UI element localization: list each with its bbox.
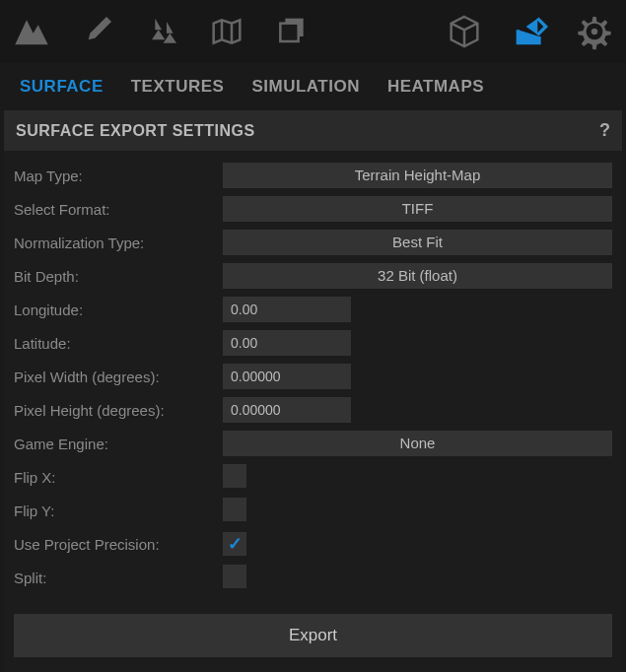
pixel-width-label: Pixel Width (degrees): (8, 369, 223, 385)
map-type-label: Map Type: (8, 168, 223, 184)
tab-simulation[interactable]: SIMULATION (251, 77, 360, 97)
pixel-height-input[interactable] (223, 397, 351, 423)
trees-icon[interactable] (138, 8, 185, 55)
split-label: Split: (8, 570, 223, 586)
share-icon[interactable] (506, 8, 553, 55)
layers-icon[interactable] (268, 8, 315, 55)
latitude-label: Latitude: (8, 335, 223, 352)
map-type-dropdown[interactable]: Terrain Height-Map (223, 163, 612, 188)
longitude-label: Longitude: (8, 302, 223, 318)
settings-form: Map Type: Terrain Height-Map Select Form… (4, 151, 622, 672)
use-project-precision-label: Use Project Precision: (8, 536, 223, 553)
gear-icon[interactable] (571, 8, 618, 55)
svg-rect-1 (280, 24, 298, 41)
tab-surface[interactable]: SURFACE (20, 77, 104, 97)
bit-depth-label: Bit Depth: (8, 268, 223, 285)
panel-header: SURFACE EXPORT SETTINGS ? (4, 110, 622, 151)
game-engine-dropdown[interactable]: None (223, 431, 612, 456)
pixel-height-label: Pixel Height (degrees): (8, 402, 223, 419)
normalization-type-dropdown[interactable]: Best Fit (223, 230, 612, 255)
export-button[interactable]: Export (14, 614, 612, 657)
flip-x-checkbox[interactable] (223, 464, 246, 488)
tab-heatmaps[interactable]: HEATMAPS (387, 77, 484, 97)
pixel-width-input[interactable] (223, 364, 351, 389)
help-icon[interactable]: ? (599, 120, 610, 141)
map-icon[interactable] (203, 8, 250, 55)
use-project-precision-checkbox[interactable] (223, 532, 246, 556)
flip-y-label: Flip Y: (8, 503, 223, 519)
select-format-dropdown[interactable]: TIFF (223, 196, 612, 222)
latitude-input[interactable] (223, 330, 351, 356)
brush-icon[interactable] (73, 8, 120, 55)
cube-icon[interactable] (441, 8, 488, 55)
tab-textures[interactable]: TEXTURES (131, 77, 225, 97)
longitude-input[interactable] (223, 297, 351, 322)
split-checkbox[interactable] (223, 565, 246, 588)
bit-depth-dropdown[interactable]: 32 Bit (float) (223, 263, 612, 289)
panel-title: SURFACE EXPORT SETTINGS (16, 122, 255, 140)
settings-panel: SURFACE EXPORT SETTINGS ? Map Type: Terr… (4, 110, 622, 672)
export-tabs: SURFACE TEXTURES SIMULATION HEATMAPS (0, 63, 626, 110)
flip-y-checkbox[interactable] (223, 498, 246, 521)
normalization-type-label: Normalization Type: (8, 235, 223, 251)
flip-x-label: Flip X: (8, 469, 223, 486)
main-toolbar (0, 0, 626, 63)
mountain-icon[interactable] (8, 8, 55, 55)
game-engine-label: Game Engine: (8, 436, 223, 452)
select-format-label: Select Format: (8, 201, 223, 218)
